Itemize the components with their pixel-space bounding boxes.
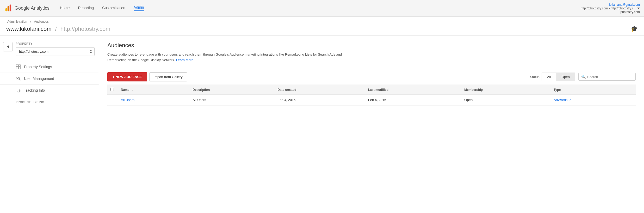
row-type-cell: AdWords ↗ — [550, 94, 636, 105]
search-icon: 🔍 — [581, 75, 586, 79]
svg-text:.js: .js — [16, 88, 21, 92]
sidebar-item-user-management[interactable]: User Management — [0, 73, 99, 85]
table-row: All Users All Users Feb 4, 2016 Feb 4, 2… — [107, 94, 636, 105]
page-title-separator: / — [55, 26, 58, 32]
page-title-row: www.kikolani.com / http://photostry.com … — [6, 26, 638, 36]
page-title-primary: www.kikolani.com — [6, 26, 52, 32]
status-all-button[interactable]: All — [542, 73, 556, 81]
svg-rect-1 — [8, 6, 9, 11]
js-icon: .js — [16, 88, 21, 93]
audiences-title: Audiences — [107, 42, 636, 49]
users-icon — [16, 76, 21, 81]
user-account-domain: photostry.com — [581, 10, 640, 14]
svg-rect-2 — [10, 4, 11, 11]
row-checkbox[interactable] — [111, 98, 114, 101]
main-layout: PROPERTY http://photostry.com Property S… — [0, 36, 644, 192]
col-last-modified: Last modified — [365, 85, 461, 94]
account-dropdown-arrow[interactable] — [637, 8, 640, 9]
main-nav: Home Reporting Customization Admin — [60, 5, 581, 11]
back-arrow-icon — [7, 45, 9, 48]
audiences-toolbar: + NEW AUDIENCE Import from Gallery Statu… — [107, 69, 636, 85]
row-name-cell: All Users — [118, 94, 189, 105]
search-box: 🔍 — [578, 73, 636, 81]
col-date-created: Date created — [274, 85, 365, 94]
user-email[interactable]: leilaniana@gmail.com — [581, 3, 640, 7]
import-gallery-button[interactable]: Import from Gallery — [149, 72, 187, 81]
adwords-label: AdWords — [554, 98, 567, 102]
page-title: www.kikolani.com / http://photostry.com — [6, 26, 110, 32]
select-all-checkbox[interactable] — [110, 88, 114, 91]
sidebar-nav: Property Settings User Management — [0, 61, 99, 106]
status-open-button[interactable]: Open — [556, 73, 575, 81]
svg-rect-3 — [16, 65, 18, 67]
svg-rect-0 — [5, 8, 7, 11]
svg-rect-4 — [18, 65, 20, 67]
learn-more-link[interactable]: Learn More — [176, 58, 193, 62]
col-membership: Membership — [461, 85, 550, 94]
property-select[interactable]: http://photostry.com — [16, 47, 95, 56]
table-body: All Users All Users Feb 4, 2016 Feb 4, 2… — [107, 94, 636, 105]
sidebar-item-property-settings[interactable]: Property Settings — [0, 61, 99, 73]
col-description: Description — [189, 85, 274, 94]
svg-point-8 — [19, 77, 20, 79]
sidebar-item-tracking-info[interactable]: .js Tracking Info — [0, 85, 99, 96]
property-settings-icon — [16, 64, 21, 69]
graduation-cap-icon[interactable]: 🎓 — [631, 26, 638, 32]
nav-home[interactable]: Home — [60, 6, 70, 11]
col-checkbox — [107, 85, 118, 94]
name-sort-icon[interactable]: ↓ — [131, 88, 133, 92]
search-input[interactable] — [587, 75, 633, 79]
row-description-cell: All Users — [189, 94, 274, 105]
sidebar-item-tracking-info-label: Tracking Info — [24, 88, 45, 92]
top-navigation: Google Analytics Home Reporting Customiz… — [0, 0, 644, 17]
status-label: Status — [530, 75, 540, 79]
external-link-icon: ↗ — [568, 98, 571, 102]
nav-admin[interactable]: Admin — [134, 5, 144, 11]
property-label: PROPERTY — [16, 42, 95, 45]
sidebar-back-button[interactable] — [3, 42, 13, 51]
row-checkbox-cell — [107, 94, 118, 105]
app-name: Google Analytics — [15, 5, 49, 11]
page-title-secondary: http://photostry.com — [60, 26, 110, 32]
breadcrumb-admin[interactable]: Administration — [7, 20, 27, 23]
sidebar-item-property-settings-label: Property Settings — [24, 65, 52, 69]
user-account-row: http://photostry.com - http://photostry.… — [581, 7, 640, 10]
audience-name-link[interactable]: All Users — [121, 98, 134, 102]
user-account-text: http://photostry.com - http://photostry.… — [581, 7, 636, 10]
description-text: Create audiences to re-engage with your … — [107, 52, 342, 62]
svg-point-7 — [17, 77, 18, 79]
row-last-modified-cell: Feb 4, 2016 — [365, 94, 461, 105]
breadcrumb: Administration › Audiences — [6, 20, 638, 23]
content-area: Audiences Create audiences to re-engage … — [99, 36, 644, 192]
breadcrumb-separator: › — [30, 20, 31, 23]
sidebar: PROPERTY http://photostry.com Property S… — [0, 36, 99, 192]
row-date-created-cell: Feb 4, 2016 — [274, 94, 365, 105]
table-header: Name ↓ Description Date created Last mod… — [107, 85, 636, 94]
svg-rect-6 — [18, 67, 20, 69]
svg-rect-5 — [16, 67, 18, 69]
user-area: leilaniana@gmail.com http://photostry.co… — [581, 3, 640, 14]
audiences-table: Name ↓ Description Date created Last mod… — [107, 85, 636, 105]
audiences-description: Create audiences to re-engage with your … — [107, 52, 342, 63]
col-type: Type — [550, 85, 636, 94]
ga-logo-icon — [4, 4, 13, 13]
logo-area: Google Analytics — [4, 4, 49, 13]
col-name: Name ↓ — [118, 85, 189, 94]
sidebar-item-user-management-label: User Management — [24, 76, 54, 81]
nav-reporting[interactable]: Reporting — [78, 6, 94, 11]
new-audience-button[interactable]: + NEW AUDIENCE — [107, 72, 147, 81]
status-button-group: All Open — [542, 73, 575, 81]
nav-customization[interactable]: Customization — [102, 6, 125, 11]
breadcrumb-audiences[interactable]: Audiences — [34, 20, 49, 23]
sidebar-property-section: PROPERTY http://photostry.com — [0, 42, 99, 56]
product-linking-label: PRODUCT LINKING — [0, 96, 99, 106]
adwords-link[interactable]: AdWords ↗ — [554, 98, 633, 102]
row-membership-cell: Open — [461, 94, 550, 105]
page-header: Administration › Audiences www.kikolani.… — [0, 17, 644, 36]
